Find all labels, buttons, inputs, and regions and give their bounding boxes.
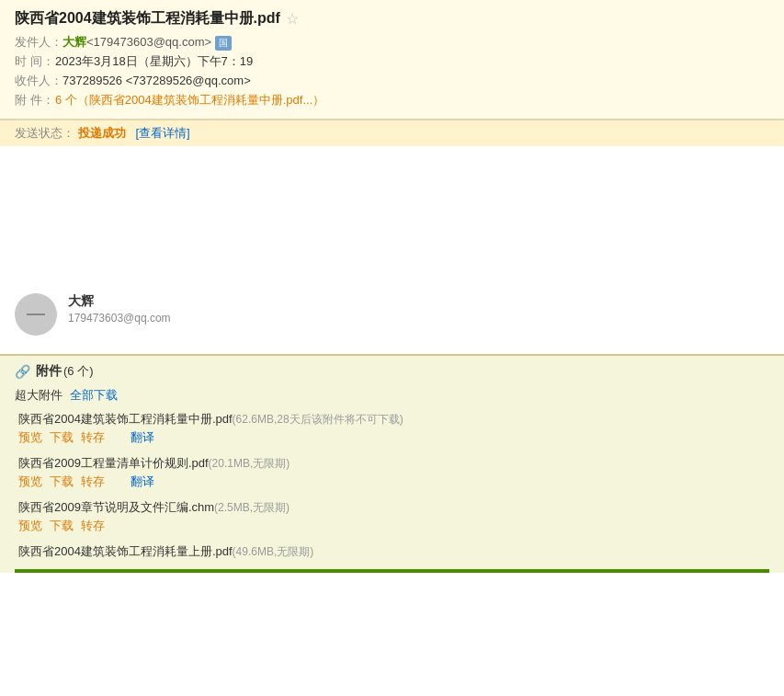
attachment-meta-0: (62.6MB,28天后该附件将不可下载) [233,413,403,426]
attachment-section-label: 附件 [36,363,62,380]
email-header: 陕西省2004建筑装饰工程消耗量中册.pdf ☆ 发件人： 大辉 <179473… [0,0,784,120]
bottom-progress-bar [15,569,769,573]
sender-email: <179473603@qq.com> [86,35,211,49]
filename-text-3: 陕西省2004建筑装饰工程消耗量上册.pdf [18,544,233,558]
save-link-2[interactable]: 转存 [81,518,105,534]
time-label: 时 间： [15,53,55,70]
from-row: 发件人： 大辉 <179473603@qq.com> 国 [15,34,769,51]
email-body [0,146,784,257]
download-link-2[interactable]: 下载 [50,518,74,534]
status-detail-link[interactable]: [查看详情] [136,126,190,140]
attachment-filename-2: 陕西省2009章节说明及文件汇编.chm(2.5MB,无限期) [18,499,769,516]
filename-text-0: 陕西省2004建筑装饰工程消耗量中册.pdf [18,412,233,426]
attachment-inline-value[interactable]: 6 个（陕西省2004建筑装饰工程消耗量中册.pdf...） [55,92,324,108]
preview-link-2[interactable]: 预览 [18,518,42,534]
attachment-filename-1: 陕西省2009工程量清单计价规则.pdf(20.1MB,无限期) [18,455,769,472]
status-bar: 发送状态： 投递成功 [查看详情] [0,120,784,146]
email-title: 陕西省2004建筑装饰工程消耗量中册.pdf [15,9,280,29]
from-label: 发件人： [15,34,62,51]
attachment-row: 附 件： 6 个（陕西省2004建筑装饰工程消耗量中册.pdf...） [15,92,769,108]
attachment-meta-1: (20.1MB,无限期) [209,457,290,470]
attachment-item-2: 陕西省2009章节说明及文件汇编.chm(2.5MB,无限期) 预览 下载 转存 [15,499,769,534]
attachment-actions-0: 预览 下载 转存 翻译 [18,429,769,446]
paperclip-icon: 🔗 [15,364,30,379]
download-link-1[interactable]: 下载 [50,474,74,490]
to-value: 737289526 <737289526@qq.com> [62,74,251,87]
avatar-name: 大辉 [68,293,171,310]
attachment-meta-label: 附 件： [15,92,55,108]
sender-avatar-section: 大辉 179473603@qq.com [0,284,784,345]
attachment-actions-2: 预览 下载 转存 [18,518,769,534]
attachment-filename-0: 陕西省2004建筑装饰工程消耗量中册.pdf(62.6MB,28天后该附件将不可… [18,411,769,428]
save-link-1[interactable]: 转存 [81,474,105,490]
email-title-row: 陕西省2004建筑装饰工程消耗量中册.pdf ☆ [15,9,769,29]
star-icon[interactable]: ☆ [286,10,299,28]
filename-text-2: 陕西省2009章节说明及文件汇编.chm [18,500,214,514]
translate-link-1[interactable]: 翻译 [131,474,154,490]
download-all-link[interactable]: 全部下载 [70,387,118,404]
attachment-filename-3: 陕西省2004建筑装饰工程消耗量上册.pdf(49.6MB,无限期) [18,543,769,560]
attachment-meta-3: (49.6MB,无限期) [233,545,314,558]
time-row: 时 间： 2023年3月18日（星期六）下午7：19 [15,53,769,70]
attachment-meta-2: (2.5MB,无限期) [214,501,290,514]
attachment-section: 🔗 附件 (6 个) 超大附件 全部下载 陕西省2004建筑装饰工程消耗量中册.… [0,354,784,573]
avatar-info: 大辉 179473603@qq.com [68,293,171,325]
save-link-0[interactable]: 转存 [81,429,105,446]
avatar [15,293,57,336]
avatar-email: 179473603@qq.com [68,312,171,325]
attachment-count: (6 个) [63,363,94,380]
preview-link-0[interactable]: 预览 [18,429,42,446]
status-value: 投递成功 [78,126,126,140]
attachment-actions-1: 预览 下载 转存 翻译 [18,474,769,490]
contact-card-icon[interactable]: 国 [215,36,232,51]
attachment-item-3: 陕西省2004建筑装饰工程消耗量上册.pdf(49.6MB,无限期) [15,543,769,560]
to-label: 收件人： [15,73,62,89]
filename-text-1: 陕西省2009工程量清单计价规则.pdf [18,456,209,470]
to-row: 收件人： 737289526 <737289526@qq.com> [15,73,769,89]
preview-link-1[interactable]: 预览 [18,474,42,490]
download-link-0[interactable]: 下载 [50,429,74,446]
status-label: 发送状态： [15,126,74,140]
attachment-item-0: 陕西省2004建筑装饰工程消耗量中册.pdf(62.6MB,28天后该附件将不可… [15,411,769,446]
super-attachment-label: 超大附件 [15,387,62,404]
sender-name[interactable]: 大辉 [62,34,86,51]
translate-link-0[interactable]: 翻译 [131,429,154,446]
attachment-section-header: 🔗 附件 (6 个) [15,363,769,380]
time-value: 2023年3月18日（星期六）下午7：19 [55,53,253,70]
avatar-icon [27,314,45,315]
attachment-item-1: 陕西省2009工程量清单计价规则.pdf(20.1MB,无限期) 预览 下载 转… [15,455,769,490]
super-attachment-row: 超大附件 全部下载 [15,387,769,404]
